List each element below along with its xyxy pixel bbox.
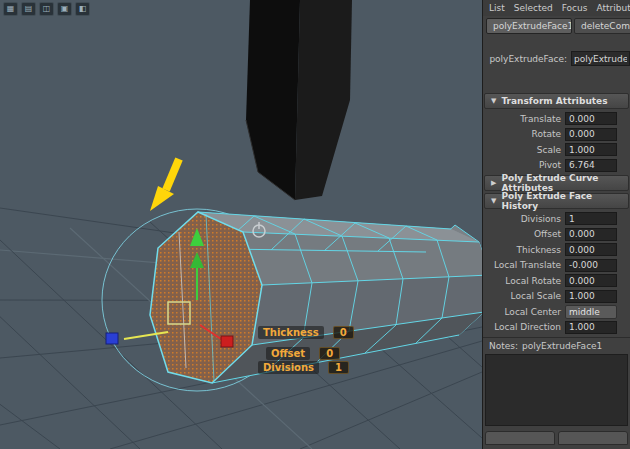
menu-focus[interactable]: Focus [562, 3, 588, 13]
menu-list[interactable]: List [489, 3, 505, 13]
offset-field[interactable] [565, 228, 617, 241]
hud-thickness[interactable]: Thickness0 [258, 326, 354, 339]
attr-row-local-rotate: Local Rotate [483, 273, 630, 289]
attr-row-pivot: Pivot [483, 158, 630, 174]
scale-field[interactable] [565, 143, 617, 156]
section-transform-attributes[interactable]: ▼ Transform Attributes [484, 93, 629, 109]
hud-divisions-label: Divisions [258, 361, 319, 374]
tab-polyextrudeface1[interactable]: polyExtrudeFace1 [486, 18, 572, 34]
section-title: Poly Extrude Curve Attributes [501, 173, 628, 193]
panel-bottom-button-1[interactable] [485, 431, 555, 445]
attr-row-local-center: Local Center middle [483, 304, 630, 320]
attr-row-local-scale: Local Scale [483, 289, 630, 305]
local-direction-field[interactable] [565, 321, 617, 334]
section-poly-extrude-curve-attributes[interactable]: ▶ Poly Extrude Curve Attributes [484, 175, 629, 191]
viewport-tool-icon-5[interactable]: ◧ [75, 2, 90, 16]
x-axis-cube-icon[interactable] [221, 336, 233, 347]
attr-row-divisions: Divisions [483, 211, 630, 227]
attr-label: Translate [483, 114, 561, 124]
notes-header: Notes: polyExtrudeFace1 [483, 337, 630, 353]
pivot-field[interactable] [565, 159, 617, 172]
translate-field[interactable] [565, 112, 617, 125]
attr-row-local-direction: Local Direction [483, 320, 630, 336]
local-translate-field[interactable] [565, 259, 617, 272]
attribute-editor-panel: List Selected Focus Attributes polyExtru… [482, 0, 630, 449]
section-poly-extrude-face-history[interactable]: ▼ Poly Extrude Face History [484, 193, 629, 209]
notes-textarea[interactable] [485, 354, 628, 426]
hud-offset[interactable]: Offset0 [266, 347, 340, 360]
attr-label: Local Rotate [483, 276, 561, 286]
tab-deletecomponent[interactable]: deleteComponent [574, 18, 630, 34]
notes-label: Notes: [489, 341, 518, 351]
thickness-field[interactable] [565, 243, 617, 256]
node-name-field[interactable] [571, 51, 630, 66]
attr-row-rotate: Rotate [483, 127, 630, 143]
attr-label: Local Direction [483, 322, 561, 332]
attr-row-local-translate: Local Translate [483, 258, 630, 274]
viewport-tool-icon-1[interactable]: ▦ [3, 2, 18, 16]
hud-divisions-value[interactable]: 1 [328, 361, 349, 374]
local-scale-field[interactable] [565, 290, 617, 303]
attr-label: Scale [483, 145, 561, 155]
viewport-toolbar: ▦ ▤ ◫ ▣ ◧ [3, 2, 90, 16]
viewport-tool-icon-3[interactable]: ◫ [39, 2, 54, 16]
attr-label: Divisions [483, 214, 561, 224]
attr-label: Thickness [483, 245, 561, 255]
hud-offset-value[interactable]: 0 [319, 347, 340, 360]
attr-label: Pivot [483, 160, 561, 170]
chevron-down-icon: ▼ [491, 97, 496, 105]
viewport-tool-icon-4[interactable]: ▣ [57, 2, 72, 16]
panel-bottom-button-2[interactable] [558, 431, 628, 445]
node-name-row: polyExtrudeFace: [483, 51, 630, 66]
attr-label: Local Translate [483, 260, 561, 270]
attribute-editor-menubar: List Selected Focus Attributes [483, 0, 630, 16]
viewport-canvas [0, 0, 482, 449]
attr-label: Offset [483, 229, 561, 239]
attr-label: Local Scale [483, 291, 561, 301]
hud-offset-label: Offset [266, 347, 310, 360]
local-center-dropdown[interactable]: middle [565, 305, 617, 319]
chevron-right-icon: ▶ [491, 179, 496, 187]
z-axis-cube-icon[interactable] [106, 333, 118, 344]
hud-thickness-label: Thickness [258, 326, 324, 339]
node-tabs: polyExtrudeFace1 deleteComponent [483, 16, 630, 38]
menu-attributes[interactable]: Attributes [596, 3, 630, 13]
section-title: Poly Extrude Face History [501, 191, 628, 211]
hud-thickness-value[interactable]: 0 [333, 326, 354, 339]
attr-label: Rotate [483, 129, 561, 139]
panel-bottom-buttons [483, 426, 630, 445]
menu-selected[interactable]: Selected [514, 3, 553, 13]
chevron-down-icon: ▼ [491, 197, 496, 205]
viewport-3d[interactable]: ▦ ▤ ◫ ▣ ◧ Thickness0 Offset0 Divisions1 [0, 0, 482, 449]
divisions-field[interactable] [565, 212, 617, 225]
attr-row-translate: Translate [483, 111, 630, 127]
attr-label: Local Center [483, 307, 561, 317]
attr-row-thickness: Thickness [483, 242, 630, 258]
node-type-label: polyExtrudeFace: [485, 54, 567, 64]
notes-node-name: polyExtrudeFace1 [522, 341, 602, 351]
viewport-tool-icon-2[interactable]: ▤ [21, 2, 36, 16]
attr-row-scale: Scale [483, 142, 630, 158]
maya-window: ▦ ▤ ◫ ▣ ◧ Thickness0 Offset0 Divisions1 … [0, 0, 630, 449]
rotate-field[interactable] [565, 128, 617, 141]
hud-divisions[interactable]: Divisions1 [258, 361, 349, 374]
section-title: Transform Attributes [501, 96, 607, 106]
local-rotate-field[interactable] [565, 274, 617, 287]
attr-row-offset: Offset [483, 227, 630, 243]
